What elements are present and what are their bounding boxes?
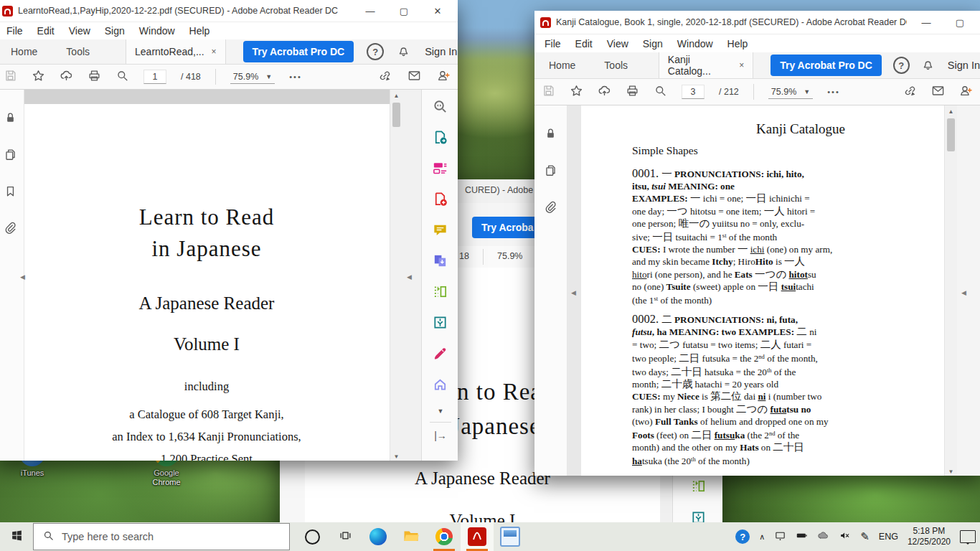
more-tools-dots[interactable]: ••• xyxy=(289,72,302,81)
maximize-button[interactable]: ▢ xyxy=(390,6,418,17)
combine-files-icon[interactable] xyxy=(432,253,448,272)
find-icon[interactable] xyxy=(116,69,129,85)
scroll-down-icon[interactable]: ▼ xyxy=(390,453,402,460)
more-tools-icon[interactable] xyxy=(432,376,448,395)
compress-pdf-icon[interactable] xyxy=(432,314,448,334)
fill-sign-icon[interactable] xyxy=(432,345,448,364)
menu-item-help[interactable]: Help xyxy=(182,25,217,37)
scrollbar-thumb[interactable] xyxy=(947,118,955,151)
paperclip-icon[interactable] xyxy=(4,221,17,237)
cloud-upload-icon[interactable] xyxy=(598,84,611,100)
document-tab[interactable]: LearntoRead,... × xyxy=(126,39,226,64)
page-number-input[interactable]: 3 xyxy=(682,85,705,99)
help-icon[interactable]: ? xyxy=(893,57,910,74)
add-user-icon[interactable] xyxy=(437,69,451,85)
collapse-nav-icon[interactable]: ◀ xyxy=(571,289,576,296)
tab-tools[interactable]: Tools xyxy=(52,46,104,57)
notifications-bell-icon[interactable] xyxy=(397,44,410,60)
tab-close-icon[interactable]: × xyxy=(212,47,217,57)
tray-overflow-chevron-icon[interactable]: ∧ xyxy=(759,532,765,542)
collapse-panel-icon[interactable]: ◀ xyxy=(961,289,966,296)
scrollbar[interactable]: ▲ ▼ xyxy=(390,90,402,461)
battery-icon[interactable] xyxy=(796,529,808,544)
lock-icon[interactable] xyxy=(4,111,17,128)
scrollbar[interactable]: ▲ ▼ xyxy=(944,105,957,476)
minimize-button[interactable]: — xyxy=(356,6,385,17)
scroll-down-icon[interactable]: ▼ xyxy=(945,468,957,475)
start-button[interactable] xyxy=(0,522,33,551)
sign-in-button[interactable]: Sign In xyxy=(948,60,980,71)
maximize-button[interactable]: ▢ xyxy=(946,17,974,28)
onedrive-icon[interactable] xyxy=(817,529,829,544)
tab-home[interactable]: Home xyxy=(0,46,52,57)
panel-scroll-down-icon[interactable]: ▼ xyxy=(438,408,444,415)
menu-item-help[interactable]: Help xyxy=(720,38,755,50)
try-acrobat-pro-button[interactable]: Try Acroba xyxy=(472,217,543,238)
menu-item-edit[interactable]: Edit xyxy=(568,38,600,50)
collapse-panel-icon[interactable]: ◀ xyxy=(407,273,412,281)
menu-item-file[interactable]: File xyxy=(0,25,30,37)
windows-ink-pen-icon[interactable]: ✎ xyxy=(860,530,870,543)
cloud-upload-icon[interactable] xyxy=(60,69,73,85)
menu-item-sign[interactable]: Sign xyxy=(98,25,132,37)
more-tools-dots[interactable]: ••• xyxy=(827,88,840,96)
file-explorer-button[interactable] xyxy=(395,522,428,551)
acrobat-button[interactable] xyxy=(461,522,494,551)
tab-tools[interactable]: Tools xyxy=(590,60,642,71)
menu-item-sign[interactable]: Sign xyxy=(636,38,670,50)
export-pdf-icon[interactable] xyxy=(432,129,448,149)
menu-item-window[interactable]: Window xyxy=(132,25,182,37)
print-icon[interactable] xyxy=(88,69,101,85)
cortana-button[interactable] xyxy=(296,522,329,551)
taskbar-search-input[interactable]: Type here to search xyxy=(33,523,290,550)
sign-in-button[interactable]: Sign In xyxy=(425,46,457,57)
bookmark-icon[interactable] xyxy=(4,184,17,201)
notifications-bell-icon[interactable] xyxy=(921,57,935,73)
scrollbar-thumb[interactable] xyxy=(392,103,400,127)
volume-muted-icon[interactable] xyxy=(839,529,851,544)
tab-close-icon[interactable]: × xyxy=(739,60,744,70)
lock-icon[interactable] xyxy=(544,127,557,143)
scroll-up-icon[interactable]: ▲ xyxy=(945,108,957,115)
scroll-up-icon[interactable]: ▲ xyxy=(390,93,402,99)
tab-home[interactable]: Home xyxy=(534,60,590,71)
page-number-input[interactable]: 1 xyxy=(143,70,166,84)
minimize-button[interactable]: — xyxy=(912,17,941,28)
clock[interactable]: 5:18 PM 12/25/2020 xyxy=(908,526,951,547)
app-window-button[interactable] xyxy=(494,522,527,551)
acrobat-window-learntoread[interactable]: LearntoRead,1,PayHip,2020-12-22.pdf (SEC… xyxy=(0,0,458,461)
email-icon[interactable] xyxy=(931,84,945,100)
acrobat-window-kanji-catalogue[interactable]: Kanji Catalogue, Book 1, single, 2020-12… xyxy=(534,11,980,476)
collapse-nav-icon[interactable]: ◀ xyxy=(20,273,25,281)
document-tab[interactable]: Kanji Catalog... × xyxy=(659,52,753,78)
organize-pages-icon[interactable] xyxy=(690,478,707,497)
title-bar[interactable]: Kanji Catalogue, Book 1, single, 2020-12… xyxy=(534,11,980,34)
star-favorites-icon[interactable] xyxy=(570,84,583,100)
create-pdf-icon[interactable] xyxy=(432,191,448,210)
share-link-icon[interactable] xyxy=(378,69,392,85)
find-icon[interactable] xyxy=(654,84,667,100)
try-acrobat-pro-button[interactable]: Try Acrobat Pro DC xyxy=(243,41,354,62)
connect-display-icon[interactable] xyxy=(774,529,786,544)
edge-button[interactable] xyxy=(362,522,395,551)
pages-icon[interactable] xyxy=(544,164,557,180)
save-icon[interactable] xyxy=(4,69,17,85)
action-center-icon[interactable] xyxy=(960,530,976,543)
zoom-select[interactable]: 75.9% ▼ xyxy=(230,70,275,84)
task-view-button[interactable] xyxy=(329,522,362,551)
menu-item-window[interactable]: Window xyxy=(670,38,720,50)
help-icon[interactable]: ? xyxy=(367,43,384,60)
menu-item-view[interactable]: View xyxy=(62,25,98,37)
email-icon[interactable] xyxy=(407,69,421,85)
close-button[interactable]: ✕ xyxy=(423,6,452,17)
pages-icon[interactable] xyxy=(4,148,17,164)
paperclip-icon[interactable] xyxy=(544,200,557,217)
print-icon[interactable] xyxy=(626,84,639,100)
get-help-tray-icon[interactable]: ? xyxy=(735,529,750,544)
zoom-select[interactable]: 75.9% ▼ xyxy=(768,85,813,99)
edit-pdf-icon[interactable] xyxy=(432,160,448,179)
title-bar[interactable]: LearntoRead,1,PayHip,2020-12-22.pdf (SEC… xyxy=(0,0,458,22)
language-indicator[interactable]: ENG xyxy=(879,532,898,542)
zoom-tools-icon[interactable] xyxy=(432,98,448,118)
star-favorites-icon[interactable] xyxy=(32,69,45,85)
